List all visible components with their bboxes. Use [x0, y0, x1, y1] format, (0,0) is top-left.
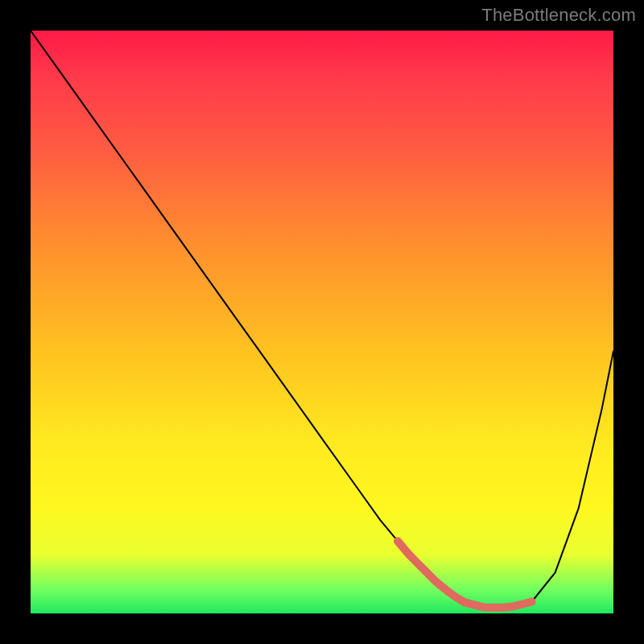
bottleneck-curve — [31, 31, 613, 608]
chart-frame: TheBottleneck.com — [0, 0, 644, 644]
watermark-text: TheBottleneck.com — [481, 5, 636, 26]
chart-svg — [31, 31, 613, 613]
optimal-zone-highlight — [398, 541, 531, 608]
chart-plot-area — [31, 31, 613, 613]
